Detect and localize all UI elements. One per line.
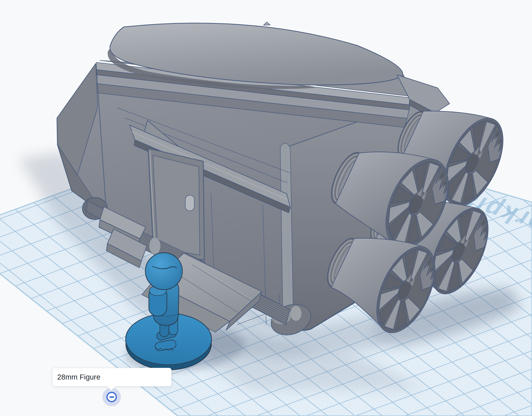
selection-tooltip-label: 28mm Figure [57,373,100,381]
collapse-button[interactable] [102,388,121,406]
figure-head [145,253,182,290]
roof-dome-notch [264,22,270,25]
collapse-button-ring [106,392,117,402]
scene-3d[interactable]: Workplane [0,0,532,416]
selection-tooltip: 28mm Figure [52,368,172,387]
viewport-3d[interactable]: Workplane [0,0,532,416]
door-handle [185,195,194,211]
minus-icon [109,396,114,398]
